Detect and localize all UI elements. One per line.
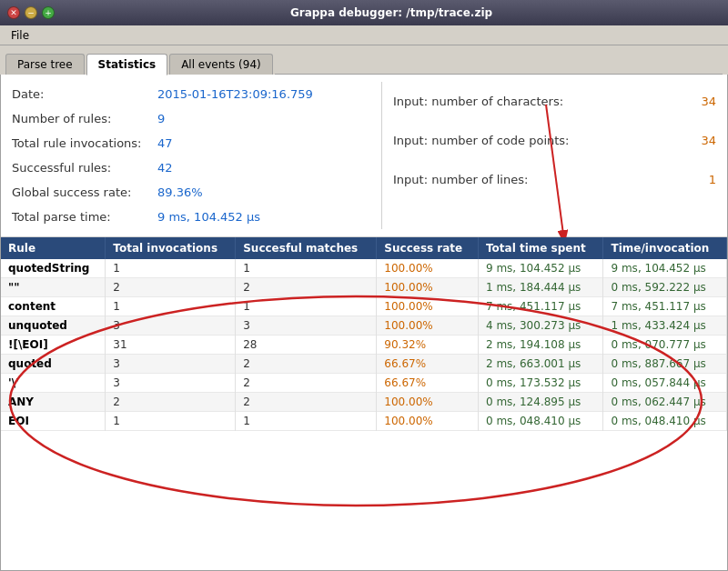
input-codepoints-label: Input: number of code points: [393,134,680,147]
table-cell: 2 ms, 663.001 μs [478,355,603,374]
table-cell: 100.00% [377,393,479,412]
table-cell: 0 ms, 124.895 μs [478,393,603,412]
table-cell: ANY [1,393,106,412]
input-chars-row: Input: number of characters: 34 [393,82,716,121]
success-rate-value: 89.36% [157,185,203,199]
window-controls[interactable]: ✕ − + [7,6,55,19]
parse-time-row: Total parse time: 9 ms, 104.452 μs [12,205,370,229]
table-cell: "" [1,278,106,297]
input-chars-label: Input: number of characters: [393,95,680,108]
col-header-invocations: Total invocations [106,237,236,259]
date-value: 2015-01-16T23:09:16.759 [157,87,313,101]
table-cell: 1 ms, 433.424 μs [603,316,727,336]
table-cell: EOI [1,412,106,431]
input-chars-value: 34 [680,95,716,108]
main-content: Date: 2015-01-16T23:09:16.759 Number of … [0,75,728,571]
table-cell: 1 [106,297,236,316]
table-cell: 0 ms, 057.844 μs [603,374,727,393]
input-codepoints-row: Input: number of code points: 34 [393,121,716,160]
success-rate-label: Global success rate: [12,185,157,199]
table-cell: 1 [106,412,236,431]
stats-right: Input: number of characters: 34 Input: n… [381,82,727,229]
table-cell: 0 ms, 048.410 μs [478,412,603,431]
table-cell: 28 [236,336,377,355]
table-cell: 0 ms, 070.777 μs [603,336,727,355]
menubar: File [0,25,728,45]
table-cell: 2 [236,355,377,374]
tab-all-events[interactable]: All events (94) [169,54,273,75]
table-cell: 31 [106,336,236,355]
date-row: Date: 2015-01-16T23:09:16.759 [12,82,370,106]
table-cell: 2 [106,278,236,297]
table-cell: 3 [106,316,236,336]
table-cell: 3 [106,374,236,393]
rules-table: Rule Total invocations Succesful matches… [1,237,727,431]
parse-time-label: Total parse time: [12,210,157,224]
minimize-button[interactable]: − [25,6,37,19]
table-row: '\'3266.67%0 ms, 173.532 μs0 ms, 057.844… [1,374,727,393]
table-row: content11100.00%7 ms, 451.117 μs7 ms, 45… [1,297,727,316]
success-rate-row: Global success rate: 89.36% [12,180,370,205]
table-row: quotedString11100.00%9 ms, 104.452 μs9 m… [1,259,727,278]
tabbar: Parse tree Statistics All events (94) [0,45,728,75]
table-cell: 90.32% [377,336,479,355]
col-header-time-inv: Time/invocation [603,237,727,259]
titlebar: ✕ − + Grappa debugger: /tmp/trace.zip [0,0,728,25]
table-cell: 3 [236,316,377,336]
table-cell: 2 [106,393,236,412]
file-menu[interactable]: File [4,28,36,43]
tab-statistics[interactable]: Statistics [86,54,168,75]
table-cell: 7 ms, 451.117 μs [478,297,603,316]
stats-section: Date: 2015-01-16T23:09:16.759 Number of … [1,75,727,237]
successful-row: Successful rules: 42 [12,155,370,180]
table-cell: 100.00% [377,278,479,297]
table-cell: content [1,297,106,316]
col-header-rule: Rule [1,237,106,259]
table-cell: 0 ms, 062.447 μs [603,393,727,412]
table-cell: 100.00% [377,259,479,278]
successful-label: Successful rules: [12,161,157,175]
table-cell: unquoted [1,316,106,336]
table-cell: 1 [236,259,377,278]
tab-parse-tree[interactable]: Parse tree [5,54,85,75]
successful-value: 42 [157,161,173,175]
window-title: Grappa debugger: /tmp/trace.zip [62,6,721,19]
col-header-success-rate: Success rate [377,237,479,259]
table-cell: quoted [1,355,106,374]
table-cell: 9 ms, 104.452 μs [603,259,727,278]
rules-row: Number of rules: 9 [12,106,370,131]
input-lines-label: Input: number of lines: [393,173,680,186]
table-cell: 1 [106,259,236,278]
table-cell: 66.67% [377,355,479,374]
table-cell: 0 ms, 048.410 μs [603,412,727,431]
table-row: EOI11100.00%0 ms, 048.410 μs0 ms, 048.41… [1,412,727,431]
table-cell: 2 ms, 194.108 μs [478,336,603,355]
table-row: ANY22100.00%0 ms, 124.895 μs0 ms, 062.44… [1,393,727,412]
table-cell: 4 ms, 300.273 μs [478,316,603,336]
col-header-time-spent: Total time spent [478,237,603,259]
col-header-matches: Succesful matches [236,237,377,259]
table-cell: 100.00% [377,412,479,431]
table-cell: 2 [236,374,377,393]
invocations-label: Total rule invocations: [12,136,157,150]
table-cell: '\' [1,374,106,393]
table-row: ""22100.00%1 ms, 184.444 μs0 ms, 592.222… [1,278,727,297]
invocations-value: 47 [157,136,173,150]
close-button[interactable]: ✕ [7,6,20,19]
input-lines-row: Input: number of lines: 1 [393,160,716,199]
rules-label: Number of rules: [12,112,157,125]
table-row: ![\EOI]312890.32%2 ms, 194.108 μs0 ms, 0… [1,336,727,355]
maximize-button[interactable]: + [42,6,55,19]
table-cell: 66.67% [377,374,479,393]
input-codepoints-value: 34 [680,134,716,147]
table-cell: 9 ms, 104.452 μs [478,259,603,278]
table-cell: 0 ms, 592.222 μs [603,278,727,297]
table-cell: 100.00% [377,297,479,316]
table-cell: quotedString [1,259,106,278]
date-label: Date: [12,87,157,101]
table-cell: 0 ms, 173.532 μs [478,374,603,393]
invocations-row: Total rule invocations: 47 [12,131,370,155]
stats-left: Date: 2015-01-16T23:09:16.759 Number of … [1,82,381,229]
table-row: quoted3266.67%2 ms, 663.001 μs0 ms, 887.… [1,355,727,374]
table-cell: 7 ms, 451.117 μs [603,297,727,316]
